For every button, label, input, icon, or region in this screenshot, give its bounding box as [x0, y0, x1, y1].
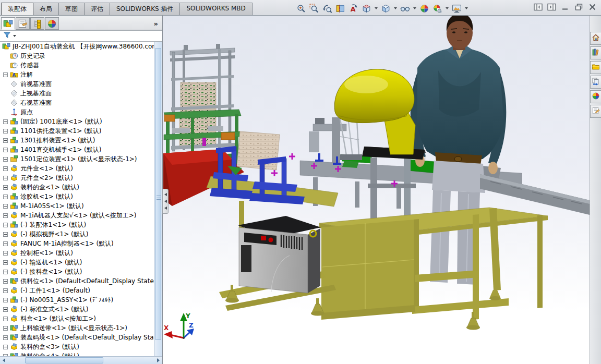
- view-settings-dropdown-caret[interactable]: [465, 7, 468, 9]
- tab-assembly[interactable]: 装配体: [1, 3, 33, 15]
- pane-left-button[interactable]: [534, 3, 543, 13]
- expander-plus-icon[interactable]: [3, 241, 8, 246]
- tree-item-22[interactable]: 控制柜<1> (默认): [0, 248, 154, 258]
- tree-item-18[interactable]: M-1iA机器人支架√<1> (默认<按加工>): [0, 211, 154, 220]
- tree-item-28[interactable]: (-) 标准立式<1> (默认): [0, 305, 154, 314]
- tree-item-33[interactable]: 装料的盒<4> (默认): [0, 351, 154, 356]
- expander-plus-icon[interactable]: [3, 185, 8, 190]
- tree-item-29[interactable]: 料盒<1> (默认<按加工>): [0, 314, 154, 323]
- annotation-views-icon[interactable]: A: [347, 3, 359, 14]
- expander-plus-icon[interactable]: [3, 317, 8, 321]
- expander-plus-icon[interactable]: [3, 72, 8, 77]
- expander-plus-icon[interactable]: [3, 307, 8, 312]
- tree-item-17[interactable]: M-1iA05S<1> (默认): [0, 201, 154, 211]
- expander-plus-icon[interactable]: [3, 279, 8, 284]
- tree-vscroll-thumb[interactable]: [155, 48, 161, 340]
- tree-item-9[interactable]: 1101供托盘装置<1> (默认): [0, 126, 154, 136]
- expander-plus-icon[interactable]: [3, 335, 8, 340]
- tree-item-31[interactable]: 装盘码垛<1> (Default<Default_Display State-: [0, 333, 154, 342]
- tree-item-12[interactable]: 1501定位装置<1> (默认<显示状态-1>): [0, 154, 154, 164]
- pane-right-button[interactable]: [547, 3, 556, 13]
- hide-show-items-dropdown-caret[interactable]: [413, 7, 416, 9]
- graphics-area[interactable]: Y X Z: [163, 16, 590, 364]
- tree-item-24[interactable]: (-) 接料盘<1> (默认): [0, 267, 154, 276]
- zoom-fit-icon[interactable]: [295, 3, 307, 14]
- home-button[interactable]: [590, 32, 601, 45]
- tree-item-3[interactable]: A注解: [0, 70, 154, 79]
- expander-plus-icon[interactable]: [3, 176, 8, 180]
- expander-plus-icon[interactable]: [3, 138, 8, 143]
- minimize-button[interactable]: [561, 3, 570, 13]
- tab-4[interactable]: SOLIDWORKS 插件: [110, 3, 180, 15]
- expander-plus-icon[interactable]: [3, 326, 8, 331]
- edit-appearance-icon[interactable]: [418, 3, 430, 14]
- panel-splitter[interactable]: [162, 189, 169, 214]
- tree-vertical-scrollbar[interactable]: [154, 42, 162, 356]
- filter-dropdown-caret[interactable]: [13, 35, 16, 37]
- tree-item-21[interactable]: FANUC M-1iA控制器<1> (默认): [0, 239, 154, 248]
- tree-item-5[interactable]: 上视基准面: [0, 89, 154, 98]
- view-settings-icon[interactable]: [451, 3, 463, 14]
- appearances-scenes-button[interactable]: [590, 90, 601, 103]
- expander-plus-icon[interactable]: [3, 251, 8, 256]
- hscroll-right-arrow[interactable]: [155, 357, 162, 363]
- tree-item-4[interactable]: 前视基准面: [0, 79, 154, 89]
- design-library-button[interactable]: [590, 46, 601, 59]
- expander-plus-icon[interactable]: [3, 298, 8, 302]
- expander-plus-icon[interactable]: [3, 223, 8, 227]
- expander-plus-icon[interactable]: [3, 119, 8, 124]
- view-orientation-icon[interactable]: [360, 3, 372, 14]
- view-orientation-dropdown-caret[interactable]: [375, 7, 378, 9]
- featuremanager-tab[interactable]: [1, 17, 15, 30]
- expander-plus-icon[interactable]: [3, 270, 8, 274]
- apply-scene-icon[interactable]: [431, 3, 443, 14]
- fanuc-controller-cabinet[interactable]: [238, 216, 321, 293]
- tree-item-30[interactable]: 上料输送带<1> (默认<显示状态-1>): [0, 323, 154, 333]
- expander-plus-icon[interactable]: [3, 157, 8, 162]
- expander-plus-icon[interactable]: [3, 204, 8, 209]
- tree-item-19[interactable]: (-) 装配体1<1> (默认): [0, 220, 154, 229]
- display-style-dropdown-caret[interactable]: [394, 7, 397, 9]
- close-button[interactable]: [588, 3, 597, 13]
- tree-item-16[interactable]: 涂胶机<1> (默认): [0, 192, 154, 201]
- previous-view-icon[interactable]: [321, 3, 333, 14]
- display-style-icon[interactable]: [380, 3, 392, 14]
- expander-plus-icon[interactable]: [3, 148, 8, 152]
- tree-item-10[interactable]: 1301推料装置<1> (默认): [0, 136, 154, 145]
- tab-2[interactable]: 草图: [58, 3, 85, 15]
- filter-funnel-icon[interactable]: [3, 31, 11, 41]
- configurationmanager-tab[interactable]: [30, 17, 44, 30]
- displaymanager-tab[interactable]: [45, 17, 59, 30]
- tree-item-8[interactable]: (固定) 1001底座<1> (默认): [0, 117, 154, 126]
- tree-item-20[interactable]: (-) 模拟视野<1> (默认): [0, 229, 154, 239]
- hscroll-left-arrow[interactable]: [1, 357, 7, 363]
- tree-item-2[interactable]: 传感器: [0, 60, 154, 70]
- hide-show-items-icon[interactable]: [399, 3, 411, 14]
- tree-item-25[interactable]: 供料位<1> (Default<Default_Display State-1:: [0, 276, 154, 286]
- expander-plus-icon[interactable]: [3, 213, 8, 218]
- section-view-icon[interactable]: [334, 3, 346, 14]
- tab-1[interactable]: 布局: [33, 3, 59, 15]
- expander-plus-icon[interactable]: [3, 195, 8, 199]
- tab-3[interactable]: 评估: [84, 3, 110, 15]
- custom-properties-button[interactable]: [590, 105, 601, 118]
- file-explorer-button[interactable]: [590, 61, 601, 74]
- expander-plus-icon[interactable]: [3, 345, 8, 349]
- view-palette-button[interactable]: [590, 76, 601, 89]
- tree-item-14[interactable]: 元件盒<2> (默认): [0, 173, 154, 183]
- tree-item-26[interactable]: (-) 工件1<1> (Default): [0, 286, 154, 295]
- tree-item-7[interactable]: 原点: [0, 107, 154, 117]
- apply-scene-dropdown-caret[interactable]: [446, 7, 449, 9]
- zoom-area-icon[interactable]: [308, 3, 320, 14]
- restore-button[interactable]: [574, 3, 583, 13]
- tree-item-1[interactable]: 历史记录: [0, 51, 154, 60]
- tree-item-11[interactable]: 1401直交机械手<1> (默认): [0, 145, 154, 154]
- tree-item-0[interactable]: JB-ZHJ001自动装盒机 【开拔网www.386600.com】: [0, 42, 154, 51]
- tree-horizontal-scrollbar[interactable]: [0, 356, 162, 364]
- propertymanager-tab[interactable]: [16, 17, 30, 30]
- expander-plus-icon[interactable]: [3, 232, 8, 237]
- expander-plus-icon[interactable]: [3, 288, 8, 293]
- expander-plus-icon[interactable]: [3, 260, 8, 265]
- tree-item-23[interactable]: (-) 输送机<1> (默认): [0, 258, 154, 267]
- tree-item-6[interactable]: 右视基准面: [0, 98, 154, 107]
